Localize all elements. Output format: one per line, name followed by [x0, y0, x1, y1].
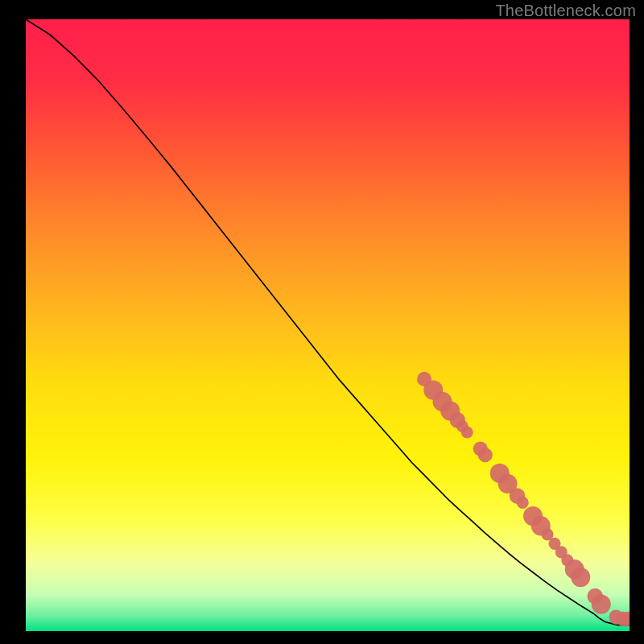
- gradient-background: [26, 19, 630, 631]
- chart-svg: [26, 19, 630, 631]
- data-point: [517, 497, 529, 509]
- data-point: [592, 594, 611, 613]
- data-point: [478, 448, 493, 462]
- chart-stage: TheBottleneck.com: [0, 0, 644, 644]
- data-point: [461, 426, 473, 438]
- watermark-label: TheBottleneck.com: [495, 2, 636, 20]
- plot-area: [26, 19, 630, 631]
- data-point: [571, 568, 590, 587]
